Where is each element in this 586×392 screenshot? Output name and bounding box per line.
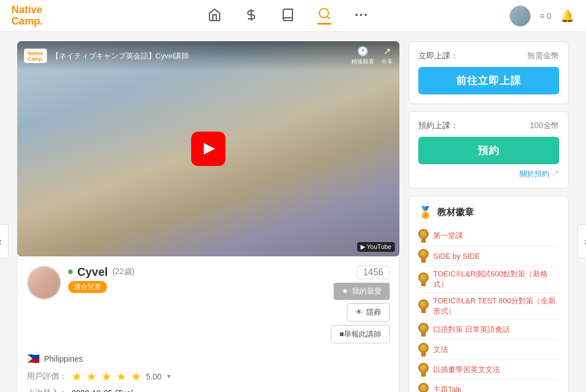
- rating-value[interactable]: 5.00: [146, 372, 161, 381]
- header: Native Camp. ≡ 0 🔔: [0, 0, 586, 32]
- logo-camp: Camp.: [11, 16, 43, 27]
- badge-medal-1: [418, 249, 429, 263]
- right-column: 立即上課： 無需金幣 前往立即上課 預約上課： 100金幣 預約 關於預約 ↗: [409, 41, 569, 392]
- badge-link-0[interactable]: 第一堂課: [433, 231, 463, 241]
- svg-point-1: [319, 9, 328, 18]
- badge-link-7[interactable]: 主題Talk: [433, 385, 461, 392]
- badge-list: 第一堂課 SIDE by SIDE TOEIC®L&R測試600點對策（新格式）: [418, 226, 559, 392]
- badge-item: TOEIC®L&R測試600點對策（新格式）: [418, 266, 559, 293]
- profile-detail: 🇵🇭 Philippines 用戶評價： ★ ★ ★ ★ ★ 5.00 ▼: [27, 353, 390, 392]
- nav-search[interactable]: [318, 7, 331, 25]
- star-icon: ★: [342, 287, 349, 295]
- youtube-badge: ▶ YouTube: [357, 242, 395, 252]
- video-logo: Native Camp.: [24, 49, 47, 63]
- video-player[interactable]: Native Camp. 【ネイティブキャンプ英会話】Cyvel講師 🕐 稍後觀…: [17, 41, 399, 256]
- nav-lessons[interactable]: [244, 8, 258, 24]
- badge-link-2[interactable]: TOEIC®L&R測試600點對策（新格式）: [433, 269, 559, 290]
- favorite-label: 我的最愛: [352, 286, 382, 296]
- watch-later-btn[interactable]: 🕐 稍後觀看: [351, 46, 374, 66]
- medal-bar-0: [421, 238, 426, 243]
- medal-bar-5: [421, 352, 426, 357]
- badge-item: 口語對策 日常英語會話: [418, 320, 559, 340]
- like-count: 1456: [357, 266, 390, 279]
- badge-title-text: 教材徽章: [437, 207, 474, 219]
- share-btn[interactable]: ↗ 分享: [381, 46, 393, 66]
- profile-header: Cyvel (22歲) 適合兒童 1456 ★ 我的最愛 👁: [27, 266, 390, 343]
- report-label: ■舉報此講師: [339, 329, 381, 339]
- trophy-icon: 🏅: [418, 205, 433, 219]
- instant-lesson-button[interactable]: 前往立即上課: [418, 67, 559, 94]
- badge-medal-0: [418, 229, 429, 243]
- content-area: Native Camp. 【ネイティブキャンプ英会話】Cyvel講師 🕐 稍後觀…: [0, 41, 586, 392]
- report-button[interactable]: ■舉報此講師: [331, 325, 390, 343]
- instant-lesson-card: 立即上課： 無需金幣 前往立即上課: [409, 41, 569, 104]
- badge-link-1[interactable]: SIDE by SIDE: [433, 252, 480, 260]
- rating-dropdown[interactable]: ▼: [166, 373, 172, 379]
- last-login-label: 上次登入：: [27, 388, 67, 392]
- logo[interactable]: Native Camp.: [11, 5, 43, 27]
- follow-button[interactable]: 👁 隱葬: [347, 303, 390, 322]
- reserve-lesson-card: 預約上課： 100金幣 預約 關於預約 ↗: [409, 111, 569, 189]
- star-3: ★: [101, 370, 112, 383]
- svg-point-4: [360, 14, 362, 16]
- coins-display: ≡ 0: [540, 11, 551, 21]
- main-container: ‹ Native Camp. 【ネイティブキャンプ英会話】Cyvel講師: [0, 32, 586, 392]
- medal-bar-4: [421, 332, 426, 336]
- country-value: Philippines: [44, 354, 83, 363]
- badge-medal-6: [418, 363, 429, 377]
- bell-icon[interactable]: 🔔: [560, 9, 575, 23]
- play-button[interactable]: [191, 132, 225, 166]
- reserve-button[interactable]: 預約: [418, 137, 559, 164]
- badge-link-5[interactable]: 文法: [433, 345, 448, 355]
- last-login-row: 上次登入： 2022-10-25 (Tue): [27, 388, 390, 392]
- video-title: 【ネイティブキャンプ英会話】Cyvel講師: [52, 51, 347, 61]
- teacher-tag: 適合兒童: [68, 281, 107, 293]
- prev-arrow[interactable]: ‹: [0, 224, 9, 259]
- online-indicator: [68, 270, 73, 274]
- star-1: ★: [72, 370, 82, 383]
- nav-home[interactable]: [208, 8, 221, 24]
- last-login-value: 2022-10-25 (Tue): [72, 389, 133, 392]
- favorite-button[interactable]: ★ 我的最愛: [334, 283, 390, 300]
- badge-link-6[interactable]: 以插畫學習英文文法: [433, 365, 500, 375]
- badge-link-4[interactable]: 口語對策 日常英語會話: [433, 324, 510, 335]
- medal-bar-1: [421, 258, 426, 263]
- medal-bar-6: [421, 372, 426, 377]
- badge-medal-7: [418, 383, 429, 392]
- badge-medal-2: [418, 272, 429, 286]
- video-overlay: Native Camp. 【ネイティブキャンプ英会話】Cyvel講師 🕐 稍後觀…: [17, 41, 399, 70]
- country-row: 🇵🇭 Philippines: [27, 353, 390, 365]
- about-reserve-link[interactable]: 關於預約 ↗: [520, 169, 559, 178]
- share-label: 分享: [381, 58, 393, 66]
- reserve-price: 100金幣: [530, 121, 559, 131]
- nav-books[interactable]: [281, 8, 295, 24]
- badge-link-3[interactable]: TOEIC®L&R TEST 800分對策（全新形式）: [433, 296, 559, 316]
- reserve-label: 預約上課：: [418, 121, 458, 131]
- instant-label: 立即上課：: [418, 51, 458, 61]
- profile-card: Cyvel (22歲) 適合兒童 1456 ★ 我的最愛 👁: [17, 256, 399, 392]
- eye-icon: 👁: [355, 308, 363, 316]
- youtube-icon: ▶ YouTube: [357, 242, 395, 252]
- nav-more[interactable]: [354, 13, 368, 19]
- profile-actions: 1456 ★ 我的最愛 👁 隱葬 ■舉報此講師: [331, 266, 390, 343]
- user-avatar[interactable]: [510, 6, 530, 26]
- badge-section: 🏅 教材徽章 第一堂課 SIDE by SIDE: [409, 196, 569, 392]
- coins-value: 0: [547, 11, 551, 21]
- user-rating-label: 用戶評價：: [27, 371, 67, 382]
- badge-item: SIDE by SIDE: [418, 246, 559, 266]
- medal-bar-2: [421, 282, 426, 286]
- star-4: ★: [116, 370, 126, 383]
- badge-item: 第一堂課: [418, 226, 559, 246]
- video-actions: 🕐 稍後觀看 ↗ 分享: [351, 46, 393, 66]
- badge-title: 🏅 教材徽章: [418, 205, 559, 219]
- badge-item: 以插畫學習英文文法: [418, 360, 559, 380]
- badge-item: 主題Talk: [418, 380, 559, 392]
- svg-line-2: [327, 17, 329, 19]
- instant-price: 無需金幣: [527, 51, 559, 61]
- profile-avatar-img: [28, 267, 60, 299]
- teacher-age: (22歲): [112, 267, 134, 277]
- badge-medal-3: [418, 299, 429, 313]
- next-arrow[interactable]: ›: [577, 224, 586, 259]
- coin-icon: ≡: [540, 11, 544, 21]
- star-2: ★: [86, 370, 97, 383]
